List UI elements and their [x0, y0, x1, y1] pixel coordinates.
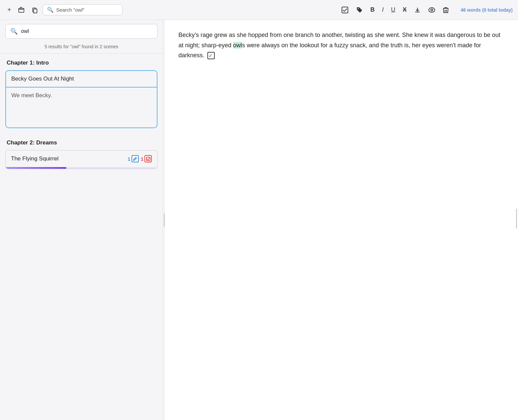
new-folder-button[interactable] — [16, 5, 27, 15]
resize-handle-dots — [164, 213, 165, 227]
edit-badge: 1 — [128, 155, 138, 162]
svg-point-5 — [358, 8, 359, 9]
badges: 1 1 — [128, 155, 152, 162]
chapter-1-scenes: Becky Goes Out At Night We meet Becky. — [5, 70, 157, 128]
inline-checkbox-icon[interactable] — [207, 52, 215, 59]
editor-toolbar: B I U X 46 words (0 total today) — [339, 5, 513, 15]
underline-button[interactable]: U — [388, 5, 398, 15]
scene-becky-preview[interactable]: We meet Becky. — [6, 88, 157, 127]
svg-rect-2 — [34, 9, 37, 13]
tag-button[interactable] — [353, 5, 366, 15]
duplicate-button[interactable] — [29, 5, 40, 15]
progress-bar — [6, 167, 66, 169]
left-panel: 🔍 5 results for "owl" found in 2 scenes … — [0, 20, 163, 420]
trash-button[interactable] — [440, 5, 451, 15]
bold-button[interactable]: B — [368, 5, 378, 15]
search-icon-top: 🔍 — [47, 7, 54, 13]
strikethrough-button[interactable]: X — [400, 5, 409, 15]
chapter-1-label: Chapter 1: Intro — [0, 54, 163, 70]
checkbox-toolbar-button[interactable] — [339, 5, 351, 15]
svg-rect-0 — [19, 8, 24, 12]
svg-rect-4 — [342, 7, 348, 13]
search-icon: 🔍 — [10, 28, 18, 35]
right-panel: Becky's rage grew as she hopped from one… — [165, 20, 518, 420]
search-input-box: 🔍 — [5, 24, 157, 39]
results-info: 5 results for "owl" found in 2 scenes — [0, 43, 163, 53]
editor-area[interactable]: Becky's rage grew as she hopped from one… — [165, 20, 518, 420]
add-button[interactable]: + — [5, 5, 13, 15]
chapter-2-scenes: The Flying Squirrel 1 — [0, 150, 163, 169]
search-input[interactable] — [21, 28, 152, 34]
scene-flying-squirrel-row: The Flying Squirrel 1 — [6, 150, 157, 167]
highlighted-owl: owl — [233, 42, 242, 49]
check-icon — [144, 155, 152, 162]
chapter-2-label: Chapter 2: Dreams — [0, 133, 163, 150]
search-bar-top: 🔍 — [43, 4, 123, 15]
check-badge: 1 — [141, 155, 152, 162]
svg-point-7 — [431, 9, 433, 11]
edit-icon — [131, 155, 139, 162]
scene-becky-title[interactable]: Becky Goes Out At Night — [6, 71, 157, 88]
eye-button[interactable] — [425, 6, 438, 14]
chapter-2-area: Chapter 2: Dreams The Flying Squirrel 1 — [0, 128, 163, 169]
word-count: 46 words (0 total today) — [461, 7, 513, 13]
scene-flying-squirrel-card[interactable]: The Flying Squirrel 1 — [5, 150, 157, 169]
editor-paragraph: Becky's rage grew as she hopped from one… — [178, 30, 505, 61]
italic-button[interactable]: I — [380, 5, 387, 15]
search-top-input[interactable] — [56, 7, 110, 13]
top-toolbar: + 🔍 B I — [0, 0, 518, 20]
search-input-area: 🔍 — [0, 20, 163, 43]
svg-point-6 — [429, 8, 435, 12]
download-button[interactable] — [411, 5, 423, 15]
main-layout: 🔍 5 results for "owl" found in 2 scenes … — [0, 20, 518, 420]
scene-flying-squirrel-title: The Flying Squirrel — [11, 155, 59, 162]
